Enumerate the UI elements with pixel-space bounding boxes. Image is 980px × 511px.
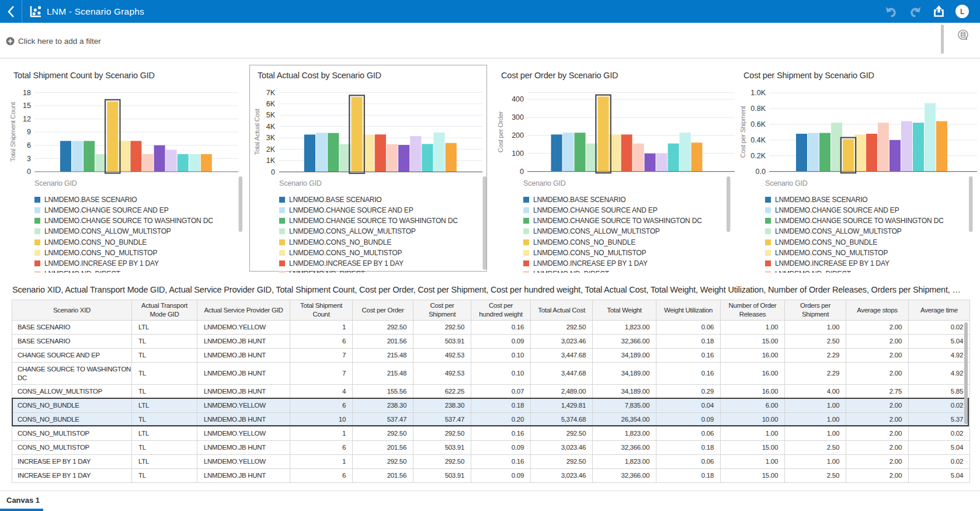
svg-text:9: 9 xyxy=(27,128,31,136)
svg-text:6: 6 xyxy=(27,141,31,150)
svg-text:6K: 6K xyxy=(266,100,276,108)
svg-text:4K: 4K xyxy=(266,123,276,131)
svg-text:0.6K: 0.6K xyxy=(750,120,766,128)
svg-text:2K: 2K xyxy=(266,145,276,154)
svg-text:15: 15 xyxy=(23,102,31,110)
svg-text:400: 400 xyxy=(512,95,524,103)
svg-text:3: 3 xyxy=(27,155,31,163)
svg-text:1.0K: 1.0K xyxy=(750,89,766,97)
svg-text:5K: 5K xyxy=(266,111,276,119)
svg-text:0.0: 0.0 xyxy=(756,168,766,176)
svg-text:0: 0 xyxy=(520,168,524,176)
svg-text:Total Shipment Count: Total Shipment Count xyxy=(9,102,16,162)
svg-text:Total Actual Cost: Total Actual Cost xyxy=(253,108,260,155)
svg-text:100: 100 xyxy=(512,150,524,158)
svg-text:7K: 7K xyxy=(266,89,276,97)
svg-text:0: 0 xyxy=(271,168,275,176)
svg-text:Cost per Order: Cost per Order xyxy=(497,111,504,152)
svg-text:Cost per Shipment: Cost per Shipment xyxy=(739,106,746,158)
svg-text:0.2K: 0.2K xyxy=(750,152,766,160)
svg-text:12: 12 xyxy=(23,115,31,123)
svg-text:18: 18 xyxy=(23,89,31,97)
svg-text:200: 200 xyxy=(512,131,524,140)
svg-text:300: 300 xyxy=(512,113,524,121)
svg-text:0.4K: 0.4K xyxy=(750,136,766,144)
svg-text:0: 0 xyxy=(27,168,31,176)
svg-text:3K: 3K xyxy=(266,134,276,142)
svg-text:0.8K: 0.8K xyxy=(750,105,766,113)
svg-text:1K: 1K xyxy=(266,157,276,165)
